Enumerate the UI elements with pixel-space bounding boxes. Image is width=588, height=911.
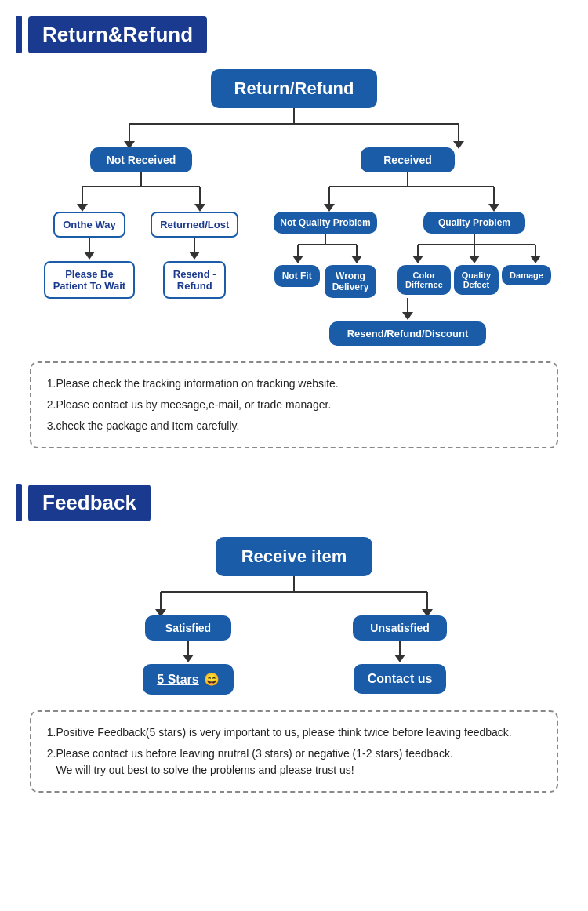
feedback-info-2: 2.Please contact us before leaving nrutr… [47,746,542,779]
svg-marker-31 [412,256,423,263]
not-quality-lines [274,234,376,265]
root-branch-lines [20,108,568,151]
received-node: Received [361,147,455,172]
level1-row: Not Received Onthe Way [16,147,572,346]
quality-problem-lines [396,234,553,265]
damage-node: Damage [502,265,551,285]
contact-us-node[interactable]: Contact us [354,664,447,694]
svg-marker-11 [194,204,205,212]
smiley-emoji: 😄 [204,672,220,687]
info-item-3: 3.check the package and Item carefully. [47,418,542,434]
onthe-way-arrow [82,238,97,261]
svg-marker-27 [351,256,362,263]
feedback-flowchart: Receive item Satisfied 5 Stars 😄 [16,537,572,804]
received-branch-lines [267,172,549,216]
received-children: Not Quality Problem Not Fit WrongDeliver… [259,212,557,298]
not-fit-node: Not Fit [274,265,320,287]
satisfied-node: Satisfied [145,615,231,641]
info-item-1: 1.Please check the tracking information … [47,376,542,392]
satisfied-col: Satisfied 5 Stars 😄 [90,615,286,695]
unsatisfied-node: Unsatisfied [353,615,447,641]
svg-marker-13 [84,252,95,260]
feedback-info-1: 1.Positive Feedback(5 stars) is very imp… [47,724,542,741]
receive-item-node: Receive item [216,537,372,576]
quality-subcols: ColorDiffernce QualityDefect Damage [396,265,553,295]
not-received-col: Not Received Onthe Way [31,147,251,299]
returned-lost-col: Returned/Lost Resend -Refund [151,212,238,299]
resend-refund-discount-node: Resend/Refund/Discount [329,321,486,346]
not-quality-col: Not Quality Problem Not Fit WrongDeliver… [263,212,388,298]
returned-lost-node: Returned/Lost [151,212,238,238]
svg-marker-47 [394,655,405,662]
quality-problem-col: Quality Problem ColorDiffer [396,212,553,295]
wrong-delivery-node: WrongDelivery [325,265,377,298]
not-received-node: Not Received [90,147,192,172]
header-bar [16,16,22,53]
svg-marker-45 [183,655,194,662]
onthe-way-col: Onthe Way Please BePatient To Wait [44,212,135,299]
svg-marker-37 [402,312,413,320]
five-stars-node: 5 Stars 😄 [143,664,233,695]
not-quality-node: Not Quality Problem [274,212,376,234]
svg-marker-19 [324,204,335,212]
feedback-info-box: 1.Positive Feedback(5 stars) is very imp… [30,710,559,793]
svg-marker-33 [469,256,480,263]
return-refund-flowchart: Return/Refund Not Received [16,69,572,460]
return-refund-header: Return&Refund [16,16,572,53]
color-differnce-node: ColorDiffernce [397,265,451,295]
feedback-title: Feedback [28,485,151,521]
resend-refund-node: Resend -Refund [163,261,226,299]
stars-label: 5 Stars [157,673,198,687]
return-refund-section: Return&Refund Return/Refund Not Received [16,16,572,460]
return-refund-title: Return&Refund [28,16,207,53]
unsatisfied-col: Unsatisfied Contact us [302,615,498,694]
satisfied-arrow [180,641,196,664]
quality-problem-node: Quality Problem [423,212,525,234]
not-received-children: Onthe Way Please BePatient To Wait Retur… [31,212,251,299]
onthe-way-node: Onthe Way [53,212,125,238]
svg-marker-21 [488,204,499,212]
return-info-box: 1.Please check the tracking information … [30,361,559,448]
info-item-2: 2.Please contact us by meesage,e-mail, o… [47,397,542,413]
not-quality-subcols: Not Fit WrongDelivery [263,265,388,298]
feedback-branch-lines [59,576,529,619]
feedback-branches: Satisfied 5 Stars 😄 Unsatisfied Contact … [59,615,529,695]
received-col: Received Not Quality Problem [259,147,557,346]
svg-marker-15 [189,252,200,260]
svg-marker-9 [77,204,88,212]
feedback-header: Feedback [16,484,572,521]
not-received-branch-lines [39,172,243,216]
feedback-header-bar [16,484,22,521]
root-node: Return/Refund [211,69,378,108]
shared-outcome-arrow [400,298,416,321]
returned-lost-arrow [187,238,202,261]
unsatisfied-arrow [392,641,408,664]
svg-marker-25 [292,256,303,263]
patient-wait-node: Please BePatient To Wait [44,261,135,299]
svg-marker-35 [530,256,541,263]
quality-defect-node: QualityDefect [454,265,499,295]
feedback-section: Feedback Receive item Satisfied 5 Stars [16,484,572,804]
